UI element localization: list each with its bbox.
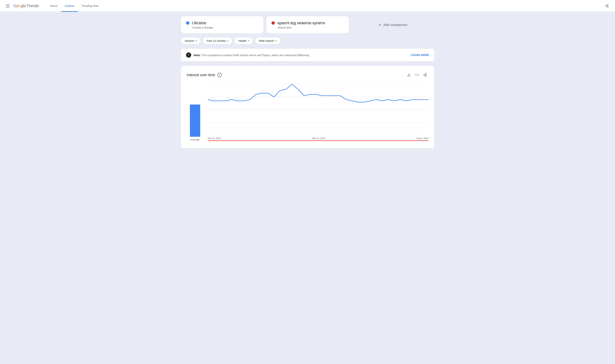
chart-header: Interest over time ? [187, 72, 428, 78]
logo: Google Trends [13, 3, 39, 8]
nav-links: Home Explore Trending Now [46, 0, 603, 12]
svg-line-10 [424, 74, 426, 75]
ukraine-dot [186, 21, 189, 25]
drops-title: краплі від нежитю купити [278, 21, 325, 26]
share-chart-button[interactable] [422, 72, 428, 78]
ukraine-title: Ukraine [192, 21, 213, 26]
chart-title: Interest over time [187, 73, 215, 77]
filter-region[interactable]: Ukraine ▾ [181, 37, 201, 44]
average-label: Average [191, 138, 199, 141]
ukraine-subtitle: Country in Europe [192, 26, 213, 29]
average-bar [190, 104, 200, 137]
chart-average: Average [187, 104, 203, 141]
filters-row: Ukraine ▾ Past 12 months ▾ Health ▾ Web … [181, 37, 434, 44]
line-chart-svg: 100 75 50 25 [208, 84, 428, 136]
menu-button[interactable] [4, 3, 11, 9]
note-icon: ! [186, 52, 191, 58]
download-button[interactable] [406, 72, 412, 78]
embed-button[interactable] [414, 72, 420, 78]
chart-actions [406, 72, 428, 78]
x-label-2: Mar 24, 2024 [312, 137, 325, 140]
nav-trending[interactable]: Trending Now [78, 0, 102, 12]
note-text: Note: This comparison contains both Sear… [194, 53, 310, 57]
comparison-card-ukraine[interactable]: Ukraine Country in Europe [181, 16, 263, 34]
chevron-down-icon: ▾ [227, 39, 228, 42]
red-line-indicator [208, 140, 428, 141]
navbar: Google Trends Home Explore Trending Now [0, 0, 615, 12]
svg-line-9 [424, 75, 426, 76]
plus-icon: + [379, 22, 381, 27]
chart-section: Interest over time ? [181, 66, 434, 148]
ukraine-line [208, 84, 428, 102]
add-comparison-label: Add comparison [383, 23, 407, 27]
x-label-1: Nov 12, 2023 [208, 137, 221, 140]
note-banner: ! Note: This comparison contains both Se… [181, 49, 434, 61]
main-content: Ukraine Country in Europe краплі від неж… [175, 12, 440, 153]
nav-home[interactable]: Home [46, 0, 61, 12]
svg-line-3 [606, 6, 607, 7]
drops-subtitle: Search term [278, 26, 325, 29]
comparison-card-drops[interactable]: краплі від нежитю купити Search term [266, 16, 349, 34]
help-icon[interactable]: ? [217, 73, 222, 77]
x-label-3: Aug 4, 2024 [416, 137, 428, 140]
svg-line-4 [606, 5, 607, 6]
chart-area: Average 100 75 50 25 [187, 84, 428, 141]
learn-more-link[interactable]: LEARN MORE [411, 53, 429, 56]
share-button[interactable] [603, 2, 611, 10]
filter-type[interactable]: Web Search ▾ [255, 37, 281, 44]
add-comparison-button[interactable]: + Add comparison [352, 16, 434, 34]
nav-explore[interactable]: Explore [61, 0, 78, 12]
filter-time[interactable]: Past 12 months ▾ [203, 37, 232, 44]
chevron-down-icon: ▾ [248, 39, 249, 42]
chevron-down-icon: ▾ [275, 39, 277, 42]
filter-category[interactable]: Health ▾ [234, 37, 253, 44]
chart-graph: 100 75 50 25 Nov 12, 2023 Mar 24, 2024 A… [208, 84, 428, 141]
chevron-down-icon: ▾ [196, 39, 197, 42]
comparison-row: Ukraine Country in Europe краплі від неж… [181, 16, 434, 34]
logo-trends-text: Trends [27, 3, 39, 8]
x-axis-labels: Nov 12, 2023 Mar 24, 2024 Aug 4, 2024 [208, 136, 428, 140]
drops-dot [272, 21, 275, 25]
